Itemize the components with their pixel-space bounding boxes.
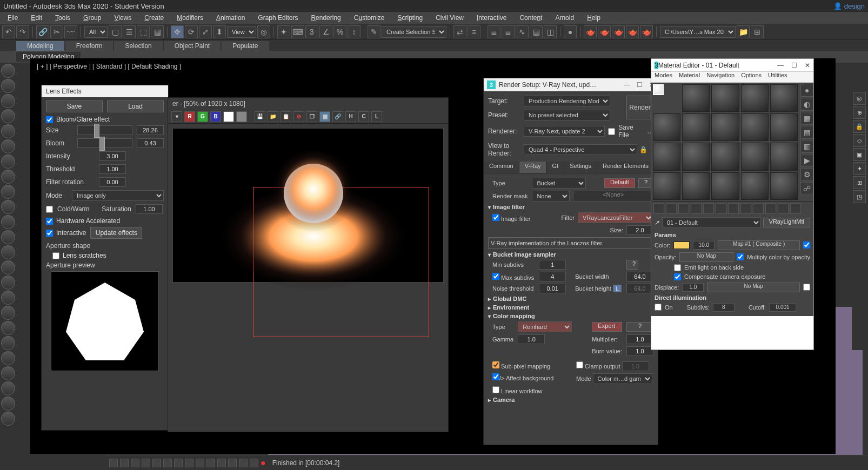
filter-size-spinner[interactable] xyxy=(626,225,653,235)
tl-icon-2[interactable] xyxy=(120,459,129,467)
camera-rollout[interactable]: Camera xyxy=(488,397,653,403)
left-tool-12[interactable] xyxy=(1,230,15,244)
color-map-button[interactable]: Map #1 ( Composite ) xyxy=(718,240,800,250)
options-icon[interactable]: ⚙ xyxy=(800,168,813,181)
project-path-dropdown[interactable]: C:\Users\Y…s Max 2020 xyxy=(660,26,736,38)
r-channel-button[interactable]: R xyxy=(184,111,195,122)
vfb-color-icon[interactable]: C xyxy=(358,111,369,122)
lock-bucket-button[interactable]: L xyxy=(613,285,622,292)
cutoff-spinner[interactable] xyxy=(769,303,796,312)
menu-rendering[interactable]: Rendering xyxy=(306,14,345,22)
material-slot-19[interactable] xyxy=(741,172,769,200)
subpixel-checkbox[interactable]: Sub-pixel mapping xyxy=(492,361,570,371)
adaptive-icon[interactable]: ▣ xyxy=(853,148,866,161)
opacity-map-button[interactable]: No Map xyxy=(679,252,733,262)
default-button[interactable]: Default xyxy=(604,178,635,188)
interactive-checkbox[interactable]: Interactive xyxy=(46,229,86,237)
material-slot-7[interactable] xyxy=(682,113,710,141)
max-subdivs-checkbox[interactable]: Max subdivs xyxy=(492,273,535,281)
nav-3-icon[interactable]: ◳ xyxy=(853,190,866,203)
environment-rollout[interactable]: Environment xyxy=(488,304,653,311)
vfb-history-icon[interactable]: H xyxy=(345,111,356,122)
update-effects-button[interactable]: Update effects xyxy=(90,227,142,239)
material-editor-icon[interactable]: ● xyxy=(564,25,577,38)
menu-interactive[interactable]: Interactive xyxy=(472,14,511,22)
tl-icon-3[interactable] xyxy=(131,459,139,467)
tl-icon-4[interactable] xyxy=(142,459,150,467)
left-tool-18[interactable] xyxy=(1,321,15,335)
preset-dropdown[interactable]: No preset selected xyxy=(524,110,610,120)
render-mask-dropdown[interactable]: None xyxy=(532,191,570,202)
tab-settings[interactable]: Settings xyxy=(564,162,597,173)
video-check-icon[interactable]: ▥ xyxy=(800,140,813,153)
user-account[interactable]: 👤 design xyxy=(833,2,865,10)
material-slot-20[interactable] xyxy=(770,172,798,200)
interactive-render-icon[interactable]: 🫖 xyxy=(626,25,639,38)
show-map-icon[interactable] xyxy=(753,203,764,214)
mat-menu-modes[interactable]: Modes xyxy=(655,72,672,82)
threshold-spinner[interactable] xyxy=(99,164,126,174)
left-tool-1[interactable] xyxy=(1,64,15,78)
ribbon-modeling[interactable]: Modeling xyxy=(16,41,64,51)
material-slot-3[interactable] xyxy=(711,84,739,112)
left-tool-11[interactable] xyxy=(1,215,15,229)
load-image-icon[interactable]: 📁 xyxy=(268,111,278,122)
renderer-dropdown[interactable]: V-Ray Next, update 2 xyxy=(524,126,605,137)
bind-icon[interactable]: 〰 xyxy=(64,25,77,38)
material-slot-13[interactable] xyxy=(711,143,739,170)
select-by-mat-icon[interactable]: ☍ xyxy=(800,182,813,195)
tl-icon-5[interactable] xyxy=(152,459,161,467)
viewport-label[interactable]: [ + ] [ Perspective ] [ Standard ] [ Def… xyxy=(34,62,184,71)
left-tool-14[interactable] xyxy=(1,260,15,274)
tl-icon-10[interactable] xyxy=(206,459,215,467)
material-slot-1[interactable] xyxy=(653,84,664,95)
hw-accel-checkbox[interactable]: Hardware Accelerated xyxy=(46,217,164,225)
render-setup-icon[interactable]: 🫖 xyxy=(584,25,597,38)
rect-select-icon[interactable]: ⬚ xyxy=(137,25,150,38)
intensity-spinner[interactable] xyxy=(99,151,126,161)
menu-create[interactable]: Create xyxy=(140,14,168,22)
left-tool-6[interactable] xyxy=(1,139,15,153)
lock-view-icon[interactable]: 🔒 xyxy=(639,146,647,153)
get-material-icon[interactable] xyxy=(653,203,664,214)
sample-uv-icon[interactable]: ▤ xyxy=(800,126,813,139)
render-button[interactable]: Render xyxy=(626,96,653,119)
multiplier-spinner[interactable] xyxy=(626,334,653,344)
material-name-dropdown[interactable]: 01 - Default xyxy=(662,217,761,228)
mirror-icon[interactable]: ⇄ xyxy=(453,25,466,38)
select-name-icon[interactable]: ☰ xyxy=(123,25,136,38)
select-icon[interactable]: ▢ xyxy=(109,25,122,38)
dope-sheet-icon[interactable]: ▤ xyxy=(530,25,543,38)
copy-icon[interactable]: 📋 xyxy=(281,111,291,122)
lens-scratches-checkbox[interactable]: Lens scratches xyxy=(46,252,164,259)
menu-edit[interactable]: Edit xyxy=(26,14,46,22)
menu-group[interactable]: Group xyxy=(79,14,105,22)
mode-dropdown[interactable]: Image only xyxy=(72,190,164,201)
left-tool-2[interactable] xyxy=(1,79,15,93)
region-icon[interactable]: ▦ xyxy=(319,111,330,122)
material-slot-17[interactable] xyxy=(682,172,710,200)
tl-icon-7[interactable] xyxy=(174,459,183,467)
duplicate-icon[interactable]: ❐ xyxy=(306,111,317,122)
manipulate-icon[interactable]: ✦ xyxy=(277,25,290,38)
bloom-spinner[interactable] xyxy=(137,138,164,148)
material-slot-14[interactable] xyxy=(741,143,769,170)
put-to-lib-icon[interactable] xyxy=(728,203,739,214)
undo-icon[interactable]: ↶ xyxy=(2,25,15,38)
render-setup-header[interactable]: 3 Render Setup: V-Ray Next, upd… —☐✕ xyxy=(484,78,658,91)
mat-maximize-icon[interactable]: ☐ xyxy=(791,62,797,69)
mask-none-button[interactable]: <None> xyxy=(573,191,653,202)
pivot-icon[interactable]: ◎ xyxy=(257,25,270,38)
left-tool-3[interactable] xyxy=(1,94,15,108)
color-mult-spinner[interactable] xyxy=(693,241,715,250)
bloom-slider[interactable] xyxy=(77,138,132,148)
b-channel-button[interactable]: B xyxy=(210,111,221,122)
folder-icon[interactable]: 📁 xyxy=(737,25,750,38)
layer-icon[interactable]: ≣ xyxy=(488,25,500,38)
clamp-spinner[interactable] xyxy=(622,361,649,371)
save-button[interactable]: Save xyxy=(46,100,103,112)
saturation-spinner[interactable] xyxy=(136,204,163,214)
material-slot-15[interactable] xyxy=(770,143,798,170)
placement-icon[interactable]: ⬇ xyxy=(213,25,226,38)
burn-spinner[interactable] xyxy=(626,346,653,356)
